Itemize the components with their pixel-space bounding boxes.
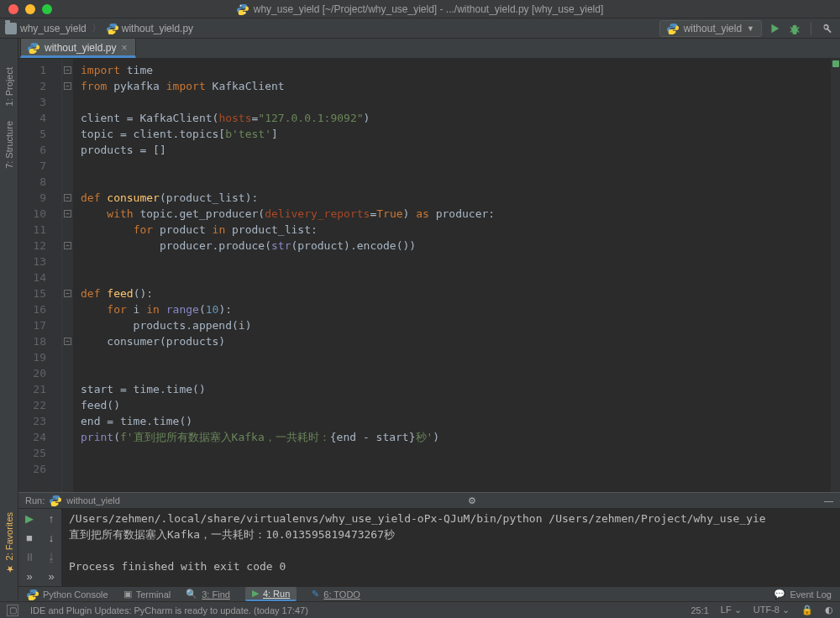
file-encoding[interactable]: UTF-8 ⌄ xyxy=(753,605,790,615)
tab-terminal[interactable]: ▣ Terminal xyxy=(123,589,171,600)
search-button[interactable] xyxy=(820,21,835,36)
debug-button[interactable] xyxy=(787,21,802,36)
breadcrumb-separator: 〉 xyxy=(92,21,102,35)
minimize-window-button[interactable] xyxy=(25,4,35,14)
tab-event-log[interactable]: 💬 Event Log xyxy=(774,589,832,600)
up-icon[interactable]: ↑ xyxy=(40,509,62,528)
lock-icon[interactable]: 🔒 xyxy=(801,605,813,615)
hide-icon[interactable]: — xyxy=(824,495,833,505)
code-area[interactable]: import time from pykafka import KafkaCli… xyxy=(74,59,840,492)
window-title: why_use_yield [~/Project/why_use_yield] … xyxy=(0,3,840,15)
run-button[interactable] xyxy=(767,21,782,36)
fold-column[interactable]: −−−−−−− xyxy=(62,59,74,492)
editor[interactable]: 1234567891011121314151617181920212223242… xyxy=(18,59,840,492)
export-icon[interactable]: ⭳ xyxy=(40,547,62,567)
tool-window-quick-access[interactable]: ▢ xyxy=(7,605,18,616)
python-file-icon xyxy=(28,42,39,54)
tab-without-yield[interactable]: without_yield.py × xyxy=(20,38,136,58)
tab-run[interactable]: ▶ 4: Run xyxy=(245,587,297,601)
down-icon[interactable]: ↓ xyxy=(40,528,62,547)
left-tool-strip: 1: Project 7: Structure ★ 2: Favorites xyxy=(0,39,18,600)
svg-point-0 xyxy=(239,4,241,6)
stop-icon[interactable]: ■ xyxy=(18,528,40,547)
gear-icon[interactable]: ⚙ xyxy=(468,495,476,506)
python-icon xyxy=(27,589,39,600)
run-toolbar: ▶ ↑ ■ ↓ ⏸ ⭳ » » xyxy=(18,509,62,586)
caret-position[interactable]: 25:1 xyxy=(690,605,708,615)
folder-icon xyxy=(5,23,17,34)
python-file-icon xyxy=(237,3,249,15)
search-icon: 🔍 xyxy=(186,589,197,600)
titlebar: why_use_yield [~/Project/why_use_yield] … xyxy=(0,0,840,18)
inspector-icon[interactable]: ◐ xyxy=(825,605,833,615)
breadcrumb[interactable]: why_use_yield xyxy=(5,23,87,34)
python-file-icon xyxy=(50,495,61,506)
run-header: Run: without_yield ⚙ — xyxy=(18,493,840,509)
analysis-ok-icon xyxy=(832,60,839,67)
tool-favorites[interactable]: ★ 2: Favorites xyxy=(3,512,14,574)
bottom-tool-tabs: Python Console ▣ Terminal 🔍 3: Find ▶ 4:… xyxy=(18,586,840,601)
run-icon: ▶ xyxy=(252,588,259,599)
terminal-icon: ▣ xyxy=(123,589,132,600)
tab-python-console[interactable]: Python Console xyxy=(27,589,108,600)
breadcrumb-project: why_use_yield xyxy=(20,23,87,34)
svg-point-1 xyxy=(244,12,245,13)
run-label: Run: xyxy=(25,495,45,505)
error-stripe[interactable] xyxy=(830,59,840,492)
run-config-name: without_yield xyxy=(66,495,120,505)
tab-find[interactable]: 🔍 3: Find xyxy=(186,589,230,600)
navigation-bar: why_use_yield 〉 without_yield.py without… xyxy=(0,18,840,39)
chat-icon: 💬 xyxy=(774,589,785,600)
run-config-name: without_yield xyxy=(684,23,742,34)
tab-todo[interactable]: ✎ 6: TODO xyxy=(312,589,360,600)
close-window-button[interactable] xyxy=(8,4,18,14)
editor-tabs: without_yield.py × xyxy=(0,39,840,59)
python-file-icon xyxy=(667,23,679,34)
breadcrumb-file: without_yield.py xyxy=(122,23,193,34)
more-icon[interactable]: » xyxy=(18,567,40,586)
status-bar: ▢ IDE and Plugin Updates: PyCharm is rea… xyxy=(0,601,840,618)
chevron-down-icon: ▼ xyxy=(747,24,754,33)
todo-icon: ✎ xyxy=(312,589,319,600)
line-separator[interactable]: LF ⌄ xyxy=(721,605,742,615)
tab-label: without_yield.py xyxy=(45,42,116,54)
window-controls xyxy=(8,4,52,14)
run-console[interactable]: /Users/zehmen/.local/share/virtualenvs/w… xyxy=(62,509,840,586)
python-file-icon xyxy=(107,23,118,34)
run-config-selector[interactable]: without_yield ▼ xyxy=(659,20,762,37)
tool-project[interactable]: 1: Project xyxy=(4,67,14,106)
more2-icon[interactable]: » xyxy=(40,567,62,586)
status-message: IDE and Plugin Updates: PyCharm is ready… xyxy=(30,605,308,615)
run-tool-window: Run: without_yield ⚙ — ▶ ↑ ■ ↓ ⏸ ⭳ » » /… xyxy=(18,492,840,586)
gutter[interactable]: 1234567891011121314151617181920212223242… xyxy=(18,59,62,492)
breadcrumb-file-crumb[interactable]: without_yield.py xyxy=(107,23,193,34)
maximize-window-button[interactable] xyxy=(42,4,52,14)
rerun-icon[interactable]: ▶ xyxy=(18,509,40,528)
toolbar-divider xyxy=(811,22,811,35)
pause-icon[interactable]: ⏸ xyxy=(18,547,40,567)
close-tab-icon[interactable]: × xyxy=(121,42,127,54)
tool-structure[interactable]: 7: Structure xyxy=(4,121,14,169)
